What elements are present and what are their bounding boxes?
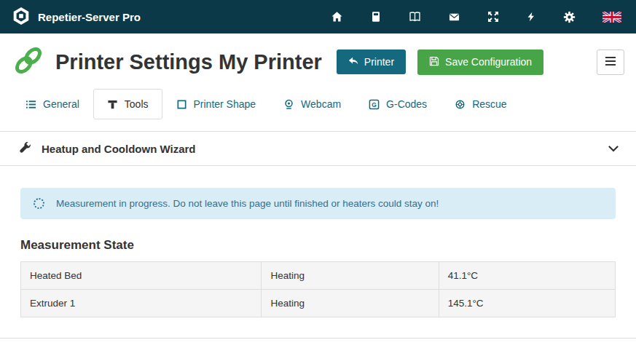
- table-row: Heated Bed Heating 41.1°C: [21, 262, 616, 290]
- tab-general[interactable]: General: [12, 89, 93, 119]
- tab-gcodes[interactable]: G G-Codes: [355, 89, 441, 119]
- square-outline-icon: [176, 99, 187, 110]
- navbar-icons: [331, 11, 621, 23]
- page-header: Printer Settings My Printer Printer Save…: [0, 33, 636, 84]
- save-disk-icon: [429, 56, 439, 68]
- language-flag-uk-icon[interactable]: [602, 12, 621, 23]
- list-icon: [25, 99, 36, 110]
- brand-link[interactable]: Repetier-Server Pro: [12, 7, 141, 28]
- table-row: Extruder 1 Heating 145.1°C: [21, 290, 616, 317]
- save-configuration-button[interactable]: Save Configuration: [417, 50, 543, 75]
- rescue-icon: [455, 99, 466, 110]
- sd-card-icon[interactable]: [370, 11, 382, 23]
- printer-button[interactable]: Printer: [337, 50, 406, 74]
- tool-icon: [107, 99, 118, 110]
- page-title: Printer Settings My Printer: [55, 50, 322, 74]
- state-cell: Heating: [262, 262, 439, 290]
- spinner-icon: [34, 198, 44, 209]
- measurement-table: Heated Bed Heating 41.1°C Extruder 1 Hea…: [20, 261, 616, 317]
- device-cell: Heated Bed: [21, 262, 262, 290]
- wrench-icon: [19, 141, 31, 156]
- tab-label: Rescue: [472, 98, 506, 110]
- power-bolt-icon[interactable]: [526, 11, 536, 23]
- panel-title: Heatup and Cooldown Wizard: [42, 143, 196, 155]
- menu-button[interactable]: [597, 50, 624, 75]
- svg-text:G: G: [372, 100, 377, 108]
- tab-printer-shape[interactable]: Printer Shape: [162, 89, 270, 119]
- top-navbar: Repetier-Server Pro: [0, 0, 636, 33]
- tab-tools[interactable]: Tools: [93, 89, 162, 119]
- back-arrow-icon: [348, 56, 358, 68]
- tab-label: Tools: [125, 98, 149, 110]
- chevron-down-icon: [608, 146, 619, 152]
- printer-button-label: Printer: [364, 56, 394, 68]
- hamburger-icon: [605, 56, 616, 68]
- state-cell: Heating: [262, 290, 439, 317]
- alert-message: Measurement in progress. Do not leave th…: [56, 198, 439, 209]
- panel-body: Measurement in progress. Do not leave th…: [0, 166, 636, 338]
- tab-label: Printer Shape: [194, 98, 256, 110]
- panel-header[interactable]: Heatup and Cooldown Wizard: [0, 132, 636, 166]
- tab-label: G-Codes: [386, 98, 427, 110]
- save-button-label: Save Configuration: [445, 56, 532, 68]
- app-logo-icon: [12, 7, 31, 28]
- tab-webcam[interactable]: Webcam: [270, 89, 355, 119]
- settings-gear-icon[interactable]: [563, 11, 576, 23]
- webcam-icon: [283, 98, 294, 110]
- brand-label: Repetier-Server Pro: [38, 11, 141, 23]
- temperature-cell: 145.1°C: [439, 290, 615, 317]
- header-buttons: Printer Save Configuration: [337, 50, 624, 75]
- settings-tabs: General Tools Printer Shape Webcam G G-C…: [0, 84, 636, 119]
- heatup-cooldown-panel: Heatup and Cooldown Wizard Measurement i…: [0, 131, 636, 339]
- tab-label: General: [43, 98, 79, 110]
- link-chain-icon: [13, 45, 44, 79]
- tab-label: Webcam: [301, 98, 341, 110]
- temperature-cell: 41.1°C: [439, 262, 615, 290]
- measurement-progress-alert: Measurement in progress. Do not leave th…: [20, 188, 616, 219]
- home-icon[interactable]: [331, 11, 343, 23]
- mail-icon[interactable]: [448, 12, 460, 23]
- manual-book-icon[interactable]: [409, 11, 421, 23]
- fullscreen-icon[interactable]: [487, 11, 499, 23]
- device-cell: Extruder 1: [21, 290, 262, 317]
- gcode-icon: G: [369, 99, 380, 110]
- measurement-state-title: Measurement State: [20, 238, 616, 253]
- tab-rescue[interactable]: Rescue: [441, 89, 520, 119]
